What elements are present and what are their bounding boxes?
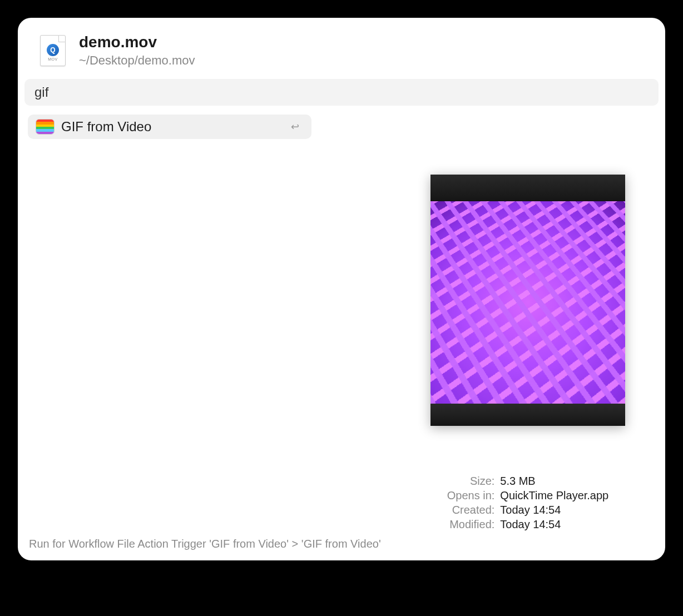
- meta-size-label: Size:: [447, 474, 495, 488]
- file-title: demo.mov: [79, 33, 195, 51]
- result-label: GIF from Video: [61, 119, 286, 135]
- thumbnail-content: [430, 201, 625, 404]
- file-header: MOV demo.mov ~/Desktop/demo.mov: [24, 33, 659, 79]
- return-icon: ↩: [286, 121, 304, 133]
- file-path: ~/Desktop/demo.mov: [79, 53, 195, 68]
- result-item-gif-from-video[interactable]: GIF from Video ↩: [28, 115, 311, 139]
- file-metadata: Size: 5.3 MB Opens in: QuickTime Player.…: [430, 474, 625, 531]
- meta-created-label: Created:: [447, 503, 495, 517]
- launcher-window: MOV demo.mov ~/Desktop/demo.mov gif GIF …: [18, 18, 665, 560]
- footer-hint: Run for Workflow File Action Trigger 'GI…: [29, 538, 381, 550]
- meta-opens-value: QuickTime Player.app: [500, 488, 608, 503]
- file-header-text: demo.mov ~/Desktop/demo.mov: [79, 33, 195, 68]
- search-input[interactable]: gif: [24, 79, 659, 106]
- meta-size-value: 5.3 MB: [500, 474, 608, 488]
- meta-opens-label: Opens in:: [447, 488, 495, 503]
- movie-file-icon: MOV: [40, 35, 66, 66]
- meta-modified-label: Modified:: [447, 517, 495, 531]
- meta-created-value: Today 14:54: [500, 503, 608, 517]
- meta-modified-value: Today 14:54: [500, 517, 608, 531]
- preview-thumbnail: [430, 175, 625, 426]
- preview-pane: Size: 5.3 MB Opens in: QuickTime Player.…: [430, 175, 625, 531]
- file-extension-badge: MOV: [48, 57, 57, 61]
- quicktime-icon: [47, 44, 59, 56]
- thumbnail-titlebar: [430, 175, 625, 201]
- rainbow-stripes-icon: [36, 119, 55, 135]
- thumbnail-bottombar: [430, 404, 625, 426]
